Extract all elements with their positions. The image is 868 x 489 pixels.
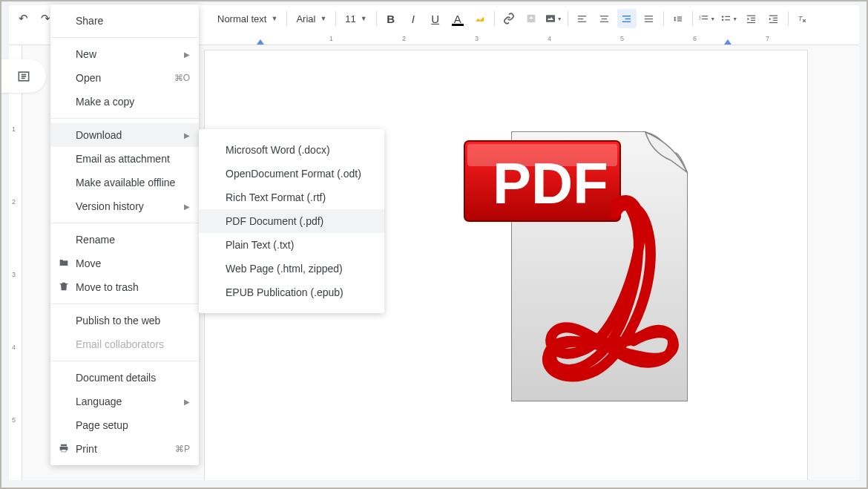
submenu-pdf[interactable]: PDF Document (.pdf)	[199, 209, 384, 233]
menu-move-trash[interactable]: Move to trash	[50, 275, 199, 299]
menu-label: Open	[76, 72, 101, 84]
menu-rename[interactable]: Rename	[50, 228, 199, 252]
submenu-label: Web Page (.html, zipped)	[226, 263, 343, 275]
svg-rect-2	[578, 16, 586, 16]
menu-make-copy[interactable]: Make a copy	[50, 90, 199, 114]
separator	[50, 361, 199, 361]
font-label: Arial	[296, 13, 315, 24]
align-left-button[interactable]	[573, 9, 592, 28]
paragraph-style-label: Normal text	[217, 13, 266, 24]
separator	[788, 11, 789, 26]
menu-label: Language	[76, 396, 122, 407]
svg-rect-25	[747, 15, 755, 16]
svg-rect-28	[747, 22, 755, 22]
ruler-tick: 4	[12, 344, 16, 351]
right-indent-marker[interactable]	[724, 39, 731, 45]
outline-toggle[interactable]	[1, 59, 46, 93]
menu-download[interactable]: Download ▶	[50, 123, 199, 147]
svg-rect-12	[645, 18, 653, 19]
line-spacing-button[interactable]	[668, 9, 688, 28]
file-menu: Share New ▶ Open ⌘O Make a copy Download…	[50, 4, 199, 465]
paragraph-style-select[interactable]: Normal text ▼	[213, 13, 282, 24]
submenu-docx[interactable]: Microsoft Word (.docx)	[199, 138, 384, 162]
clear-formatting-button[interactable]: T	[793, 9, 812, 28]
svg-text:T: T	[798, 15, 803, 22]
svg-rect-6	[602, 18, 608, 19]
print-icon	[58, 442, 70, 456]
svg-rect-15	[677, 18, 682, 19]
svg-rect-16	[677, 20, 682, 21]
font-size-value: 11	[345, 13, 355, 24]
separator	[568, 11, 568, 26]
svg-rect-24	[726, 19, 731, 20]
chevron-right-icon: ▶	[184, 398, 190, 406]
pdf-file-icon: PDF	[460, 119, 702, 414]
menu-open[interactable]: Open ⌘O	[50, 66, 199, 90]
menu-label: Document details	[76, 372, 156, 384]
underline-button[interactable]: U	[426, 9, 445, 28]
ruler-tick: 5	[12, 416, 16, 424]
menu-language[interactable]: Language ▶	[50, 390, 199, 413]
svg-rect-14	[677, 16, 682, 17]
menu-email-collaborators: Email collaborators	[50, 332, 199, 356]
download-submenu: Microsoft Word (.docx) OpenDocument Form…	[199, 129, 384, 313]
submenu-odt[interactable]: OpenDocument Format (.odt)	[199, 162, 384, 186]
separator	[286, 11, 287, 26]
link-button[interactable]	[499, 9, 519, 28]
svg-text:PDF: PDF	[493, 151, 608, 216]
svg-rect-31	[773, 19, 777, 20]
image-button[interactable]: ▼	[544, 9, 563, 28]
text-color-button[interactable]: A	[448, 9, 467, 28]
numbered-list-button[interactable]: 12 ▼	[697, 9, 717, 28]
svg-point-22	[722, 19, 724, 21]
submenu-txt[interactable]: Plain Text (.txt)	[199, 233, 384, 257]
submenu-html[interactable]: Web Page (.html, zipped)	[199, 257, 384, 280]
vertical-ruler: 1 2 3 4 5	[9, 45, 22, 480]
svg-rect-8	[622, 16, 631, 16]
bold-button[interactable]: B	[381, 9, 401, 28]
menu-page-setup[interactable]: Page setup	[50, 413, 199, 437]
submenu-label: OpenDocument Format (.odt)	[226, 168, 361, 180]
menu-label: Share	[76, 15, 103, 27]
menu-label: Move to trash	[76, 281, 139, 293]
comment-button[interactable]	[522, 9, 541, 28]
align-right-button[interactable]	[617, 9, 637, 28]
submenu-label: PDF Document (.pdf)	[226, 215, 323, 227]
undo-button[interactable]: ↶	[13, 9, 33, 28]
svg-rect-29	[769, 15, 777, 16]
svg-rect-4	[578, 21, 586, 22]
align-justify-button[interactable]	[640, 9, 659, 28]
submenu-epub[interactable]: EPUB Publication (.epub)	[199, 280, 384, 304]
submenu-rtf[interactable]: Rich Text Format (.rtf)	[199, 186, 384, 209]
ruler-tick: 2	[402, 35, 406, 42]
highlight-button[interactable]	[470, 9, 490, 28]
increase-indent-button[interactable]	[764, 9, 783, 28]
menu-version-history[interactable]: Version history ▶	[50, 194, 199, 218]
separator	[50, 118, 199, 119]
chevron-right-icon: ▶	[184, 50, 190, 59]
font-size-select[interactable]: 11 ▼	[341, 13, 371, 24]
menu-email-attachment[interactable]: Email as attachment	[50, 147, 199, 171]
menu-publish[interactable]: Publish to the web	[50, 309, 199, 332]
menu-move[interactable]: Move	[50, 252, 199, 275]
menu-document-details[interactable]: Document details	[50, 366, 199, 390]
bulleted-list-button[interactable]: ▼	[720, 9, 739, 28]
menu-label: Email collaborators	[76, 338, 164, 350]
menu-print[interactable]: Print ⌘P	[50, 437, 199, 461]
font-select[interactable]: Arial ▼	[292, 13, 331, 24]
separator	[494, 11, 495, 26]
menu-label: Make a copy	[76, 96, 134, 108]
menu-label: Move	[76, 257, 101, 269]
menu-new[interactable]: New ▶	[50, 42, 199, 66]
chevron-right-icon: ▶	[184, 131, 190, 140]
submenu-label: Rich Text Format (.rtf)	[226, 191, 326, 203]
italic-button[interactable]: I	[404, 9, 423, 28]
ruler-tick: 2	[12, 198, 16, 206]
menu-make-offline[interactable]: Make available offline	[50, 171, 199, 194]
chevron-down-icon: ▼	[271, 15, 277, 22]
decrease-indent-button[interactable]	[742, 9, 761, 28]
menu-share[interactable]: Share	[50, 9, 199, 33]
align-center-button[interactable]	[595, 9, 614, 28]
left-indent-marker[interactable]	[257, 39, 264, 45]
submenu-label: Microsoft Word (.docx)	[226, 144, 330, 156]
